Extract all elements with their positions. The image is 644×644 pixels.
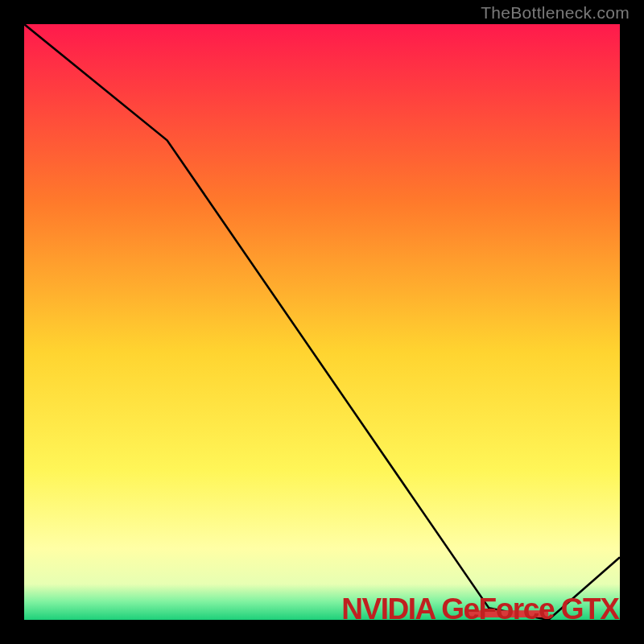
attribution-label: TheBottleneck.com: [481, 3, 630, 23]
plot-area: NVIDIA GeForce GTX 680: [24, 24, 620, 620]
gradient-background: [24, 24, 620, 620]
marker-label: NVIDIA GeForce GTX 680: [341, 592, 620, 620]
chart-frame: TheBottleneck.com NVIDIA GeForce GTX 680: [0, 0, 644, 644]
chart-svg: NVIDIA GeForce GTX 680: [24, 24, 620, 620]
